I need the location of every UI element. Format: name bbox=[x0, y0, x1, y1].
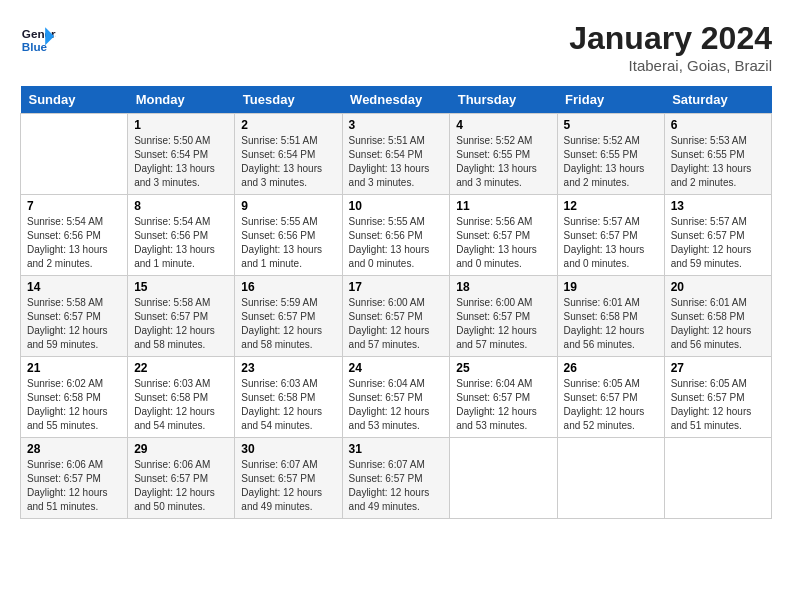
day-info: Sunrise: 5:51 AMSunset: 6:54 PMDaylight:… bbox=[241, 134, 335, 190]
calendar-cell: 16Sunrise: 5:59 AMSunset: 6:57 PMDayligh… bbox=[235, 276, 342, 357]
calendar-cell: 28Sunrise: 6:06 AMSunset: 6:57 PMDayligh… bbox=[21, 438, 128, 519]
day-number: 27 bbox=[671, 361, 765, 375]
day-number: 9 bbox=[241, 199, 335, 213]
calendar-week-3: 14Sunrise: 5:58 AMSunset: 6:57 PMDayligh… bbox=[21, 276, 772, 357]
day-number: 11 bbox=[456, 199, 550, 213]
calendar-cell: 20Sunrise: 6:01 AMSunset: 6:58 PMDayligh… bbox=[664, 276, 771, 357]
calendar-week-4: 21Sunrise: 6:02 AMSunset: 6:58 PMDayligh… bbox=[21, 357, 772, 438]
title-block: January 2024 Itaberai, Goias, Brazil bbox=[569, 20, 772, 74]
day-number: 28 bbox=[27, 442, 121, 456]
day-number: 25 bbox=[456, 361, 550, 375]
calendar-header: Sunday Monday Tuesday Wednesday Thursday… bbox=[21, 86, 772, 114]
page-title: January 2024 bbox=[569, 20, 772, 57]
day-info: Sunrise: 6:04 AMSunset: 6:57 PMDaylight:… bbox=[349, 377, 444, 433]
day-info: Sunrise: 5:57 AMSunset: 6:57 PMDaylight:… bbox=[671, 215, 765, 271]
day-info: Sunrise: 6:05 AMSunset: 6:57 PMDaylight:… bbox=[671, 377, 765, 433]
day-info: Sunrise: 5:55 AMSunset: 6:56 PMDaylight:… bbox=[349, 215, 444, 271]
calendar-cell: 2Sunrise: 5:51 AMSunset: 6:54 PMDaylight… bbox=[235, 114, 342, 195]
day-info: Sunrise: 6:02 AMSunset: 6:58 PMDaylight:… bbox=[27, 377, 121, 433]
day-number: 14 bbox=[27, 280, 121, 294]
calendar-cell: 15Sunrise: 5:58 AMSunset: 6:57 PMDayligh… bbox=[128, 276, 235, 357]
day-info: Sunrise: 5:50 AMSunset: 6:54 PMDaylight:… bbox=[134, 134, 228, 190]
col-tuesday: Tuesday bbox=[235, 86, 342, 114]
calendar-cell: 21Sunrise: 6:02 AMSunset: 6:58 PMDayligh… bbox=[21, 357, 128, 438]
calendar-cell: 23Sunrise: 6:03 AMSunset: 6:58 PMDayligh… bbox=[235, 357, 342, 438]
calendar-cell: 27Sunrise: 6:05 AMSunset: 6:57 PMDayligh… bbox=[664, 357, 771, 438]
calendar-cell: 13Sunrise: 5:57 AMSunset: 6:57 PMDayligh… bbox=[664, 195, 771, 276]
calendar-cell: 25Sunrise: 6:04 AMSunset: 6:57 PMDayligh… bbox=[450, 357, 557, 438]
calendar-cell bbox=[450, 438, 557, 519]
day-info: Sunrise: 5:52 AMSunset: 6:55 PMDaylight:… bbox=[456, 134, 550, 190]
col-monday: Monday bbox=[128, 86, 235, 114]
col-friday: Friday bbox=[557, 86, 664, 114]
calendar-cell: 14Sunrise: 5:58 AMSunset: 6:57 PMDayligh… bbox=[21, 276, 128, 357]
day-number: 29 bbox=[134, 442, 228, 456]
calendar-cell: 29Sunrise: 6:06 AMSunset: 6:57 PMDayligh… bbox=[128, 438, 235, 519]
day-info: Sunrise: 6:07 AMSunset: 6:57 PMDaylight:… bbox=[241, 458, 335, 514]
day-number: 2 bbox=[241, 118, 335, 132]
calendar-table: Sunday Monday Tuesday Wednesday Thursday… bbox=[20, 86, 772, 519]
calendar-cell: 17Sunrise: 6:00 AMSunset: 6:57 PMDayligh… bbox=[342, 276, 450, 357]
day-info: Sunrise: 5:54 AMSunset: 6:56 PMDaylight:… bbox=[27, 215, 121, 271]
header-row: Sunday Monday Tuesday Wednesday Thursday… bbox=[21, 86, 772, 114]
calendar-cell: 22Sunrise: 6:03 AMSunset: 6:58 PMDayligh… bbox=[128, 357, 235, 438]
day-info: Sunrise: 6:01 AMSunset: 6:58 PMDaylight:… bbox=[671, 296, 765, 352]
day-info: Sunrise: 5:58 AMSunset: 6:57 PMDaylight:… bbox=[27, 296, 121, 352]
day-info: Sunrise: 5:57 AMSunset: 6:57 PMDaylight:… bbox=[564, 215, 658, 271]
calendar-cell bbox=[21, 114, 128, 195]
calendar-cell: 24Sunrise: 6:04 AMSunset: 6:57 PMDayligh… bbox=[342, 357, 450, 438]
calendar-cell bbox=[557, 438, 664, 519]
calendar-week-1: 1Sunrise: 5:50 AMSunset: 6:54 PMDaylight… bbox=[21, 114, 772, 195]
day-info: Sunrise: 6:06 AMSunset: 6:57 PMDaylight:… bbox=[27, 458, 121, 514]
day-number: 13 bbox=[671, 199, 765, 213]
day-info: Sunrise: 5:52 AMSunset: 6:55 PMDaylight:… bbox=[564, 134, 658, 190]
day-number: 18 bbox=[456, 280, 550, 294]
calendar-cell: 18Sunrise: 6:00 AMSunset: 6:57 PMDayligh… bbox=[450, 276, 557, 357]
day-info: Sunrise: 5:54 AMSunset: 6:56 PMDaylight:… bbox=[134, 215, 228, 271]
col-wednesday: Wednesday bbox=[342, 86, 450, 114]
calendar-week-5: 28Sunrise: 6:06 AMSunset: 6:57 PMDayligh… bbox=[21, 438, 772, 519]
day-number: 5 bbox=[564, 118, 658, 132]
day-number: 21 bbox=[27, 361, 121, 375]
calendar-body: 1Sunrise: 5:50 AMSunset: 6:54 PMDaylight… bbox=[21, 114, 772, 519]
logo-icon: General Blue bbox=[20, 20, 56, 56]
day-info: Sunrise: 6:00 AMSunset: 6:57 PMDaylight:… bbox=[349, 296, 444, 352]
calendar-cell: 7Sunrise: 5:54 AMSunset: 6:56 PMDaylight… bbox=[21, 195, 128, 276]
calendar-cell: 31Sunrise: 6:07 AMSunset: 6:57 PMDayligh… bbox=[342, 438, 450, 519]
day-number: 3 bbox=[349, 118, 444, 132]
day-number: 12 bbox=[564, 199, 658, 213]
page-header: General Blue January 2024 Itaberai, Goia… bbox=[20, 20, 772, 74]
day-number: 22 bbox=[134, 361, 228, 375]
calendar-cell bbox=[664, 438, 771, 519]
day-number: 6 bbox=[671, 118, 765, 132]
day-info: Sunrise: 5:53 AMSunset: 6:55 PMDaylight:… bbox=[671, 134, 765, 190]
day-info: Sunrise: 5:59 AMSunset: 6:57 PMDaylight:… bbox=[241, 296, 335, 352]
day-info: Sunrise: 5:51 AMSunset: 6:54 PMDaylight:… bbox=[349, 134, 444, 190]
calendar-cell: 30Sunrise: 6:07 AMSunset: 6:57 PMDayligh… bbox=[235, 438, 342, 519]
day-number: 24 bbox=[349, 361, 444, 375]
calendar-cell: 8Sunrise: 5:54 AMSunset: 6:56 PMDaylight… bbox=[128, 195, 235, 276]
day-info: Sunrise: 5:55 AMSunset: 6:56 PMDaylight:… bbox=[241, 215, 335, 271]
calendar-cell: 4Sunrise: 5:52 AMSunset: 6:55 PMDaylight… bbox=[450, 114, 557, 195]
day-number: 31 bbox=[349, 442, 444, 456]
day-number: 10 bbox=[349, 199, 444, 213]
day-info: Sunrise: 6:01 AMSunset: 6:58 PMDaylight:… bbox=[564, 296, 658, 352]
calendar-cell: 10Sunrise: 5:55 AMSunset: 6:56 PMDayligh… bbox=[342, 195, 450, 276]
day-number: 30 bbox=[241, 442, 335, 456]
day-number: 23 bbox=[241, 361, 335, 375]
day-number: 16 bbox=[241, 280, 335, 294]
day-number: 7 bbox=[27, 199, 121, 213]
svg-text:Blue: Blue bbox=[22, 40, 48, 53]
col-sunday: Sunday bbox=[21, 86, 128, 114]
calendar-cell: 11Sunrise: 5:56 AMSunset: 6:57 PMDayligh… bbox=[450, 195, 557, 276]
col-saturday: Saturday bbox=[664, 86, 771, 114]
day-number: 19 bbox=[564, 280, 658, 294]
day-number: 20 bbox=[671, 280, 765, 294]
day-number: 1 bbox=[134, 118, 228, 132]
calendar-cell: 19Sunrise: 6:01 AMSunset: 6:58 PMDayligh… bbox=[557, 276, 664, 357]
calendar-cell: 3Sunrise: 5:51 AMSunset: 6:54 PMDaylight… bbox=[342, 114, 450, 195]
day-info: Sunrise: 5:56 AMSunset: 6:57 PMDaylight:… bbox=[456, 215, 550, 271]
day-info: Sunrise: 6:05 AMSunset: 6:57 PMDaylight:… bbox=[564, 377, 658, 433]
day-info: Sunrise: 6:03 AMSunset: 6:58 PMDaylight:… bbox=[134, 377, 228, 433]
day-number: 17 bbox=[349, 280, 444, 294]
